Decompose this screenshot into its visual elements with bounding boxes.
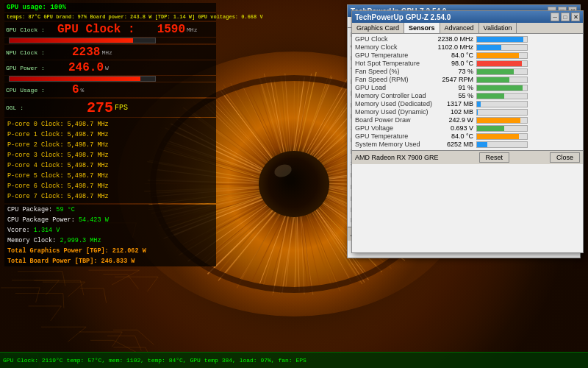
gpu-clock-row: GPU Clock : GPU Clock : 1590 MHz xyxy=(4,22,216,37)
gpu-power-bar xyxy=(4,76,216,82)
gpuz-sensors-title: TechPowerUp GPU-Z 2.54.0 xyxy=(355,13,451,21)
gpuz-sensors-tab-validation[interactable]: Validation xyxy=(479,23,517,33)
sensor-row-0: GPU Clock2238.0 MHz xyxy=(355,35,580,43)
gpuz-sensors-name-label: AMD Radeon RX 7900 GRE xyxy=(355,154,439,161)
sensor-row-6: GPU Load91 % xyxy=(355,84,580,91)
cpu-clock-4: P-core 4 Clock: 5,498.7 MHz xyxy=(7,160,213,171)
gpu-power-row: GPU Power : 246.0 W xyxy=(4,60,216,75)
gpuz-sensors-tabs: Graphics Card Sensors Advanced Validatio… xyxy=(352,23,583,34)
sensor-row-2: GPU Temperature84.0 °C xyxy=(355,52,580,59)
bottom-status-bar: GPU Clock: 2119°C temp: 57°C, mem: 1102,… xyxy=(0,352,588,368)
cpu-clock-7: P-core 7 Clock: 5,498.7 MHz xyxy=(7,191,213,202)
sensor-row-10: Board Power Draw242.9 W xyxy=(355,116,580,124)
tbp: Total Board Power [TBP]: 246.833 W xyxy=(4,256,216,266)
cpu-package-temp: CPU Package: 59 °C xyxy=(4,205,216,215)
gpuz-sensors-bottom: AMD Radeon RX 7900 GRE Reset Close xyxy=(352,150,583,164)
hwinfo-overlay: GPU usage: 100% temps: 87°C GPU brand: 9… xyxy=(0,0,220,368)
cpu-package-power: CPU Package Power: 54.423 W xyxy=(4,215,216,225)
sensor-row-7: Memory Controller Load55 % xyxy=(355,92,580,99)
sensor-row-11: GPU Voltage0.693 V xyxy=(355,124,580,132)
cpu-clock-1: P-core 1 Clock: 5,498.7 MHz xyxy=(7,130,213,140)
gpuz-sensors-tab-card[interactable]: Graphics Card xyxy=(352,23,404,33)
gpuz-sensors-content: GPU Clock2238.0 MHzMemory Clock1102.0 MH… xyxy=(352,34,583,150)
gpuz-sensors-minimize-btn[interactable]: ─ xyxy=(551,13,559,21)
sensor-row-3: Hot Spot Temperature98.0 °C xyxy=(355,60,580,67)
sensor-row-8: Memory Used (Dedicated)1317 MB xyxy=(355,100,580,107)
cpu-clock-3: P-core 3 Clock: 5,498.7 MHz xyxy=(7,150,213,160)
gpuz-sensors-tab-advanced[interactable]: Advanced xyxy=(440,23,479,33)
gpuz-sensors-window: TechPowerUp GPU-Z 2.54.0 ─ □ ✕ Graphics … xyxy=(351,10,584,253)
cpu-clocks-section: P-core 0 Clock: 5,498.7 MHz P-core 1 Clo… xyxy=(4,118,216,203)
sensor-row-1: Memory Clock1102.0 MHz xyxy=(355,43,580,51)
memory-clock: Memory Clock: 2,999.3 MHz xyxy=(4,236,216,246)
hwinfo-subtitle: temps: 87°C GPU brand: 97% Board power: … xyxy=(4,13,216,21)
gpuz-close-button-2[interactable]: Close xyxy=(550,152,580,163)
fps-row: OGL : 275 FPS xyxy=(4,99,216,117)
cpu-clock-2: P-core 2 Clock: 5,498.7 MHz xyxy=(7,140,213,150)
sensor-row-12: GPU Temperature84.0 °C xyxy=(355,132,580,140)
cpu-clock-5: P-core 5 Clock: 5,498.7 MHz xyxy=(7,171,213,181)
gpu-clock-bar xyxy=(4,38,216,43)
gpuz-reset-button[interactable]: Reset xyxy=(479,152,510,163)
vcore: Vcore: 1.314 V xyxy=(4,225,216,236)
npu-clock-row: NPU Clock : 2238 MHz xyxy=(4,45,216,60)
bottom-status-text: GPU Clock: 2119°C temp: 57°C, mem: 1102,… xyxy=(3,357,306,364)
gpuz-sensors-title-buttons[interactable]: ─ □ ✕ xyxy=(551,13,580,21)
gpuz-sensors-close-btn[interactable]: ✕ xyxy=(571,13,580,21)
sensor-row-5: Fan Speed (RPM)2547 RPM xyxy=(355,76,580,83)
cpu-clock-6: P-core 6 Clock: 5,498.7 MHz xyxy=(7,181,213,191)
gpuz-sensors-titlebar: TechPowerUp GPU-Z 2.54.0 ─ □ ✕ xyxy=(352,11,583,23)
gpuz-sensor-rows: GPU Clock2238.0 MHzMemory Clock1102.0 MH… xyxy=(355,35,580,148)
gpuz-sensors-maximize-btn[interactable]: □ xyxy=(561,13,570,21)
cpu-clock-0: P-core 0 Clock: 5,498.7 MHz xyxy=(7,119,213,130)
gpuz-sensors-tab-sensors[interactable]: Sensors xyxy=(404,23,440,33)
sensor-row-9: Memory Used (Dynamic)102 MB xyxy=(355,108,580,116)
cpu-usage-row: CPU Usage : 6 % xyxy=(4,82,216,97)
sensor-row-4: Fan Speed (%)73 % xyxy=(355,68,580,75)
tgp: Total Graphics Power [TGP]: 212.062 W xyxy=(4,246,216,256)
sensor-row-13: System Memory Used6252 MB xyxy=(355,141,580,148)
hwinfo-title: GPU usage: 100% xyxy=(4,3,216,12)
